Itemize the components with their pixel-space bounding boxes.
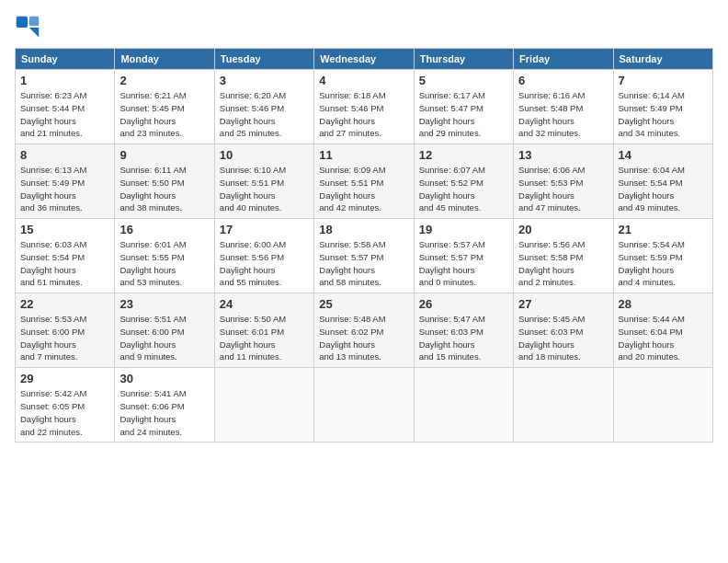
day-info: Sunrise: 6:04 AMSunset: 5:54 PMDaylight … — [619, 164, 708, 214]
svg-marker-2 — [29, 28, 40, 38]
calendar-cell: 26 Sunrise: 5:47 AMSunset: 6:03 PMDaylig… — [414, 293, 513, 368]
day-number: 18 — [319, 223, 408, 236]
day-number: 23 — [119, 297, 209, 311]
calendar-cell: 16 Sunrise: 6:01 AMSunset: 5:55 PMDaylig… — [115, 219, 214, 293]
calendar-header-row: SundayMondayTuesdayWednesdayThursdayFrid… — [16, 49, 713, 70]
calendar-cell: 9 Sunrise: 6:11 AMSunset: 5:50 PMDayligh… — [115, 144, 214, 219]
day-number: 14 — [619, 148, 708, 162]
day-info: Sunrise: 6:06 AMSunset: 5:53 PMDaylight … — [518, 164, 608, 214]
logo-icon — [15, 15, 40, 40]
day-number: 30 — [119, 372, 209, 385]
day-number: 2 — [119, 74, 209, 87]
calendar-cell — [314, 368, 414, 442]
day-info: Sunrise: 5:48 AMSunset: 6:02 PMDaylight … — [319, 313, 408, 363]
calendar-cell: 27 Sunrise: 5:45 AMSunset: 6:03 PMDaylig… — [514, 293, 613, 368]
calendar-cell: 28 Sunrise: 5:44 AMSunset: 6:04 PMDaylig… — [613, 293, 712, 368]
day-number: 22 — [20, 297, 109, 311]
day-number: 3 — [220, 74, 309, 87]
day-info: Sunrise: 5:57 AMSunset: 5:57 PMDaylight … — [419, 238, 508, 289]
day-number: 25 — [319, 297, 408, 311]
day-info: Sunrise: 6:14 AMSunset: 5:49 PMDaylight … — [619, 89, 708, 140]
day-info: Sunrise: 5:58 AMSunset: 5:57 PMDaylight … — [319, 238, 408, 289]
page-header — [15, 15, 713, 40]
day-number: 12 — [419, 148, 508, 162]
calendar-week-row: 8 Sunrise: 6:13 AMSunset: 5:49 PMDayligh… — [16, 144, 713, 219]
day-info: Sunrise: 5:41 AMSunset: 6:06 PMDaylight … — [119, 387, 209, 438]
day-number: 10 — [220, 148, 309, 162]
day-info: Sunrise: 5:47 AMSunset: 6:03 PMDaylight … — [419, 313, 508, 363]
calendar-cell: 20 Sunrise: 5:56 AMSunset: 5:58 PMDaylig… — [514, 219, 613, 293]
day-info: Sunrise: 6:07 AMSunset: 5:52 PMDaylight … — [419, 164, 508, 214]
day-number: 9 — [119, 148, 209, 162]
calendar-cell: 18 Sunrise: 5:58 AMSunset: 5:57 PMDaylig… — [314, 219, 414, 293]
day-header-tuesday: Tuesday — [214, 49, 313, 70]
day-info: Sunrise: 6:16 AMSunset: 5:48 PMDaylight … — [518, 89, 608, 140]
day-header-sunday: Sunday — [16, 49, 115, 70]
calendar-cell: 11 Sunrise: 6:09 AMSunset: 5:51 PMDaylig… — [314, 144, 414, 219]
calendar-cell: 30 Sunrise: 5:41 AMSunset: 6:06 PMDaylig… — [115, 368, 214, 442]
svg-rect-1 — [29, 17, 40, 27]
calendar-cell: 19 Sunrise: 5:57 AMSunset: 5:57 PMDaylig… — [414, 219, 513, 293]
day-header-thursday: Thursday — [414, 49, 513, 70]
calendar-cell: 14 Sunrise: 6:04 AMSunset: 5:54 PMDaylig… — [613, 144, 712, 219]
day-info: Sunrise: 5:50 AMSunset: 6:01 PMDaylight … — [220, 313, 309, 363]
day-info: Sunrise: 6:09 AMSunset: 5:51 PMDaylight … — [319, 164, 408, 214]
day-info: Sunrise: 6:03 AMSunset: 5:54 PMDaylight … — [20, 238, 109, 289]
day-number: 4 — [319, 74, 408, 87]
calendar-cell: 4 Sunrise: 6:18 AMSunset: 5:46 PMDayligh… — [314, 70, 414, 144]
day-info: Sunrise: 6:13 AMSunset: 5:49 PMDaylight … — [20, 164, 109, 214]
day-info: Sunrise: 6:20 AMSunset: 5:46 PMDaylight … — [220, 89, 309, 140]
svg-rect-0 — [17, 17, 28, 28]
day-number: 21 — [619, 223, 708, 236]
day-info: Sunrise: 6:18 AMSunset: 5:46 PMDaylight … — [319, 89, 408, 140]
calendar-cell: 1 Sunrise: 6:23 AMSunset: 5:44 PMDayligh… — [16, 70, 115, 144]
calendar-cell — [414, 368, 513, 442]
calendar-cell: 22 Sunrise: 5:53 AMSunset: 6:00 PMDaylig… — [16, 293, 115, 368]
calendar-cell: 17 Sunrise: 6:00 AMSunset: 5:56 PMDaylig… — [214, 219, 313, 293]
day-number: 19 — [419, 223, 508, 236]
day-number: 27 — [518, 297, 608, 311]
calendar-cell: 25 Sunrise: 5:48 AMSunset: 6:02 PMDaylig… — [314, 293, 414, 368]
day-info: Sunrise: 6:01 AMSunset: 5:55 PMDaylight … — [119, 238, 209, 289]
day-header-wednesday: Wednesday — [314, 49, 414, 70]
calendar-cell: 5 Sunrise: 6:17 AMSunset: 5:47 PMDayligh… — [414, 70, 513, 144]
calendar-table: SundayMondayTuesdayWednesdayThursdayFrid… — [15, 48, 713, 442]
calendar-cell: 15 Sunrise: 6:03 AMSunset: 5:54 PMDaylig… — [16, 219, 115, 293]
calendar-cell: 2 Sunrise: 6:21 AMSunset: 5:45 PMDayligh… — [115, 70, 214, 144]
day-info: Sunrise: 6:21 AMSunset: 5:45 PMDaylight … — [119, 89, 209, 140]
day-info: Sunrise: 6:11 AMSunset: 5:50 PMDaylight … — [119, 164, 209, 214]
calendar-cell — [613, 368, 712, 442]
calendar-cell: 3 Sunrise: 6:20 AMSunset: 5:46 PMDayligh… — [214, 70, 313, 144]
day-number: 26 — [419, 297, 508, 311]
day-info: Sunrise: 5:45 AMSunset: 6:03 PMDaylight … — [518, 313, 608, 363]
calendar-cell: 6 Sunrise: 6:16 AMSunset: 5:48 PMDayligh… — [514, 70, 613, 144]
calendar-cell — [514, 368, 613, 442]
day-number: 11 — [319, 148, 408, 162]
day-info: Sunrise: 6:17 AMSunset: 5:47 PMDaylight … — [419, 89, 508, 140]
calendar-cell: 12 Sunrise: 6:07 AMSunset: 5:52 PMDaylig… — [414, 144, 513, 219]
calendar-week-row: 29 Sunrise: 5:42 AMSunset: 6:05 PMDaylig… — [16, 368, 713, 442]
day-number: 6 — [518, 74, 608, 87]
day-number: 20 — [518, 223, 608, 236]
logo — [15, 15, 44, 40]
day-info: Sunrise: 5:51 AMSunset: 6:00 PMDaylight … — [119, 313, 209, 363]
day-info: Sunrise: 5:54 AMSunset: 5:59 PMDaylight … — [619, 238, 708, 289]
day-number: 17 — [220, 223, 309, 236]
day-info: Sunrise: 5:42 AMSunset: 6:05 PMDaylight … — [20, 387, 109, 438]
day-info: Sunrise: 6:10 AMSunset: 5:51 PMDaylight … — [220, 164, 309, 214]
calendar-cell: 7 Sunrise: 6:14 AMSunset: 5:49 PMDayligh… — [613, 70, 712, 144]
day-info: Sunrise: 6:23 AMSunset: 5:44 PMDaylight … — [20, 89, 109, 140]
day-info: Sunrise: 5:53 AMSunset: 6:00 PMDaylight … — [20, 313, 109, 363]
day-info: Sunrise: 5:56 AMSunset: 5:58 PMDaylight … — [518, 238, 608, 289]
day-header-saturday: Saturday — [613, 49, 712, 70]
calendar-cell: 10 Sunrise: 6:10 AMSunset: 5:51 PMDaylig… — [214, 144, 313, 219]
calendar-week-row: 1 Sunrise: 6:23 AMSunset: 5:44 PMDayligh… — [16, 70, 713, 144]
day-number: 29 — [20, 372, 109, 385]
day-number: 1 — [20, 74, 109, 87]
calendar-cell: 8 Sunrise: 6:13 AMSunset: 5:49 PMDayligh… — [16, 144, 115, 219]
day-number: 7 — [619, 74, 708, 87]
calendar-cell: 23 Sunrise: 5:51 AMSunset: 6:00 PMDaylig… — [115, 293, 214, 368]
day-info: Sunrise: 5:44 AMSunset: 6:04 PMDaylight … — [619, 313, 708, 363]
day-header-friday: Friday — [514, 49, 613, 70]
calendar-cell: 13 Sunrise: 6:06 AMSunset: 5:53 PMDaylig… — [514, 144, 613, 219]
